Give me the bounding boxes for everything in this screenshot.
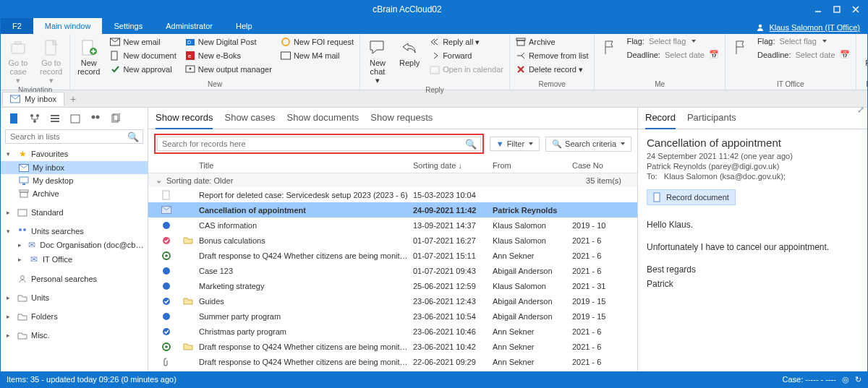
- me-flag-big[interactable]: [597, 35, 621, 60]
- view-tab-requests[interactable]: Show requests: [370, 112, 433, 126]
- view-tab-documents[interactable]: Show documents: [287, 112, 359, 126]
- new-output-manager-button[interactable]: New output manager: [182, 63, 275, 76]
- user-icon: [756, 23, 765, 32]
- tree-inbox[interactable]: My inbox: [1, 161, 148, 174]
- status-refresh-icon[interactable]: ↻: [855, 375, 861, 384]
- new-foi-button[interactable]: New FOI request: [278, 35, 357, 48]
- col-title[interactable]: Title: [199, 161, 413, 170]
- svg-point-51: [96, 116, 100, 119]
- tree-favourites[interactable]: ▾★Favourites: [1, 147, 148, 161]
- list-row[interactable]: CAS information13-09-2021 14:37Klaus Sal…: [148, 217, 637, 233]
- tab-main-window[interactable]: Main window: [33, 18, 103, 34]
- tree-units[interactable]: ▸Units: [1, 291, 148, 304]
- sidebar-view-users-icon[interactable]: [89, 112, 102, 125]
- tree-units-searches[interactable]: ▾Units searches: [1, 225, 148, 238]
- tree-it-office[interactable]: ▸✉IT Office: [1, 252, 148, 267]
- filter-button[interactable]: ▼Filter: [490, 137, 540, 151]
- preview-tab-participants[interactable]: Participants: [687, 112, 736, 126]
- sidebar-view-docs-icon[interactable]: [8, 112, 21, 125]
- tab-settings[interactable]: Settings: [102, 18, 154, 34]
- list-row[interactable]: Draft response to Q424 Whether citizens …: [148, 248, 637, 263]
- tab-administrator[interactable]: Administrator: [154, 18, 224, 34]
- list-row[interactable]: Draft response to Q424 Whether citizens …: [148, 339, 637, 354]
- tree-doc-org[interactable]: ▸✉Doc Organisation (doc@cbrain.dk): [1, 238, 148, 252]
- sidebar-view-calendar-icon[interactable]: [69, 112, 82, 125]
- minimize-icon[interactable]: [814, 5, 822, 14]
- search-icon[interactable]: 🔍: [127, 132, 139, 142]
- tree-personal[interactable]: Personal searches: [1, 272, 148, 285]
- list-row[interactable]: Christmas party program23-06-2021 10:46A…: [148, 324, 637, 339]
- tree-folders[interactable]: ▸Folders: [1, 310, 148, 323]
- tree-standard[interactable]: ▸Standard: [1, 206, 148, 219]
- tree-archive[interactable]: Archive: [1, 187, 148, 200]
- reply-button[interactable]: Reply: [395, 35, 424, 69]
- me-flag-select[interactable]: Flag:Select flag: [624, 35, 722, 47]
- sidebar-view-copy-icon[interactable]: [109, 112, 122, 125]
- col-case-no[interactable]: Case No: [572, 161, 637, 170]
- window-title: cBrain AcCloud02: [1, 4, 814, 14]
- me-deadline-select[interactable]: Deadline:Select date📅: [624, 48, 722, 61]
- it-flag-big[interactable]: [728, 35, 752, 60]
- reply-all-button[interactable]: Reply all ▾: [427, 35, 506, 48]
- view-tab-cases[interactable]: Show cases: [224, 112, 275, 126]
- list-row[interactable]: Summer party program23-06-2021 10:54Abig…: [148, 309, 637, 324]
- new-document-button[interactable]: New document: [107, 49, 179, 62]
- tab-help[interactable]: Help: [224, 18, 264, 34]
- list-row[interactable]: Cancellation of appointment24-09-2021 11…: [148, 202, 637, 217]
- row-title: Report for deleted case: Servicedesk set…: [199, 191, 413, 199]
- add-tab-button[interactable]: +: [64, 91, 82, 107]
- row-type-icon: [156, 251, 177, 260]
- folder-icon: [17, 313, 28, 321]
- remove-from-list-button[interactable]: Remove from list: [513, 49, 592, 62]
- status-target-icon[interactable]: ◎: [842, 375, 849, 384]
- list-row[interactable]: Case 12301-07-2021 09:43Abigail Anderson…: [148, 263, 637, 278]
- group-reply-label: Reply: [363, 86, 506, 94]
- list-row[interactable]: Bonus calculations01-07-2021 16:27Klaus …: [148, 233, 637, 248]
- archive-button[interactable]: Archive: [513, 35, 592, 48]
- search-criteria-button[interactable]: 🔍Search criteria: [545, 137, 631, 152]
- forward-button[interactable]: Forward: [427, 49, 506, 62]
- calendar-picker-icon: 📅: [709, 50, 719, 59]
- it-flag-select[interactable]: Flag:Select flag: [754, 35, 853, 47]
- col-from[interactable]: From: [493, 161, 572, 170]
- list-row[interactable]: Marketing strategy25-06-2021 12:59Klaus …: [148, 278, 637, 293]
- new-chat-button[interactable]: New chat ▾: [363, 35, 392, 86]
- it-deadline-select[interactable]: Deadline:Select date📅: [754, 48, 853, 61]
- tree-misc[interactable]: ▸Misc.: [1, 329, 148, 342]
- new-digital-post-button[interactable]: DNew Digital Post: [182, 35, 275, 48]
- maximize-icon[interactable]: [833, 5, 841, 14]
- preview-tab-record[interactable]: Record: [645, 112, 676, 129]
- row-date: 15-03-2023 10:04: [413, 191, 493, 199]
- col-sorting-date[interactable]: Sorting date ↓: [413, 161, 493, 170]
- delete-record-button[interactable]: Delete record ▾: [513, 63, 592, 76]
- user-link[interactable]: Klaus Salomon (IT Office): [756, 23, 867, 34]
- records-search-input[interactable]: [157, 137, 481, 151]
- record-document-pill[interactable]: Record document: [647, 189, 736, 205]
- new-approval-button[interactable]: New approval: [107, 63, 179, 76]
- list-row[interactable]: Draft response to Q424 Whether citizens …: [148, 354, 637, 369]
- row-type-icon: [156, 342, 177, 351]
- new-eboks-button[interactable]: eNew e-Boks: [182, 49, 275, 62]
- svg-point-73: [163, 328, 170, 335]
- doc-tab-inbox[interactable]: My inbox: [2, 92, 64, 106]
- open-calendar-button[interactable]: Open in calendar: [427, 63, 506, 76]
- view-tab-records[interactable]: Show records: [156, 112, 213, 129]
- new-record-button[interactable]: New record: [73, 35, 104, 77]
- group-header[interactable]: ⌄ Sorting date: Older 35 item(s): [148, 173, 637, 187]
- tree-desktop[interactable]: My desktop: [1, 174, 148, 187]
- sidebar-view-list-icon[interactable]: [48, 112, 61, 125]
- search-icon[interactable]: 🔍: [465, 139, 477, 150]
- row-from: Ann Sekner: [493, 327, 572, 336]
- list-row[interactable]: Report for deleted case: Servicedesk set…: [148, 187, 637, 202]
- print-button[interactable]: Print ▾: [859, 35, 868, 77]
- close-icon[interactable]: [851, 5, 860, 14]
- sidebar-view-org-icon[interactable]: [28, 112, 41, 125]
- foi-icon: [281, 37, 291, 47]
- new-email-button[interactable]: New email: [107, 35, 179, 48]
- tab-f2[interactable]: F2: [1, 18, 33, 34]
- new-m4-button[interactable]: New M4 mail: [278, 49, 357, 62]
- sidebar-search-input[interactable]: [5, 129, 143, 144]
- expand-icon[interactable]: ⤢: [857, 105, 864, 115]
- list-row[interactable]: Guides23-06-2021 12:43Abigail Anderson20…: [148, 293, 637, 309]
- list-row[interactable]: New strategy21-06-2021 09:43Klaus Salomo…: [148, 369, 637, 371]
